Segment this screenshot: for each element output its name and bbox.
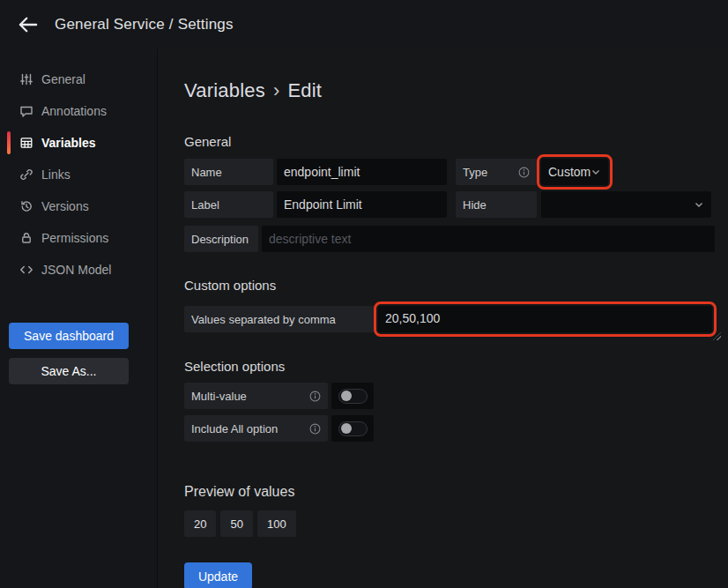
type-select[interactable]: Custom (541, 159, 608, 185)
save-as-button[interactable]: Save As... (9, 358, 129, 384)
sliders-icon (19, 72, 33, 86)
info-icon[interactable] (518, 167, 530, 178)
sidebar-item-label: JSON Model (41, 263, 111, 277)
top-header: General Service / Settings (0, 0, 728, 49)
dashboard-settings-page: General Service / Settings General (0, 0, 728, 588)
values-label: Values separated by comma (184, 306, 375, 332)
include-all-row: Include All option (184, 415, 715, 442)
history-icon (19, 199, 33, 213)
selection-options-heading: Selection options (184, 359, 715, 374)
description-input[interactable] (262, 226, 715, 252)
preview-value-chip: 20 (184, 510, 216, 537)
sidebar-item-label: Versions (41, 199, 89, 213)
name-input[interactable] (277, 159, 447, 185)
preview-heading: Preview of values (184, 484, 715, 500)
lock-icon (19, 231, 33, 245)
type-label: Type (456, 159, 537, 185)
sidebar-item-label: Permissions (41, 231, 108, 245)
hide-label: Hide (456, 191, 537, 218)
name-label: Name (184, 159, 273, 185)
sidebar-item-label: Annotations (41, 104, 107, 118)
sidebar-item-json-model[interactable]: JSON Model (0, 254, 157, 286)
include-all-label: Include All option (184, 415, 328, 442)
save-dashboard-button[interactable]: Save dashboard (9, 323, 129, 349)
breadcrumb-page: Edit (287, 79, 322, 101)
preview-value-chip: 50 (220, 510, 252, 537)
type-select-value: Custom (548, 165, 591, 179)
values-textarea[interactable]: 20,50,100 (378, 306, 712, 332)
comment-icon (19, 104, 33, 118)
link-icon (19, 167, 33, 182)
sidebar-item-general[interactable]: General (0, 63, 157, 95)
textarea-resize-handle[interactable] (713, 332, 721, 340)
multi-value-row: Multi-value (184, 383, 715, 409)
hide-select[interactable] (541, 191, 711, 218)
multi-value-label: Multi-value (184, 383, 328, 409)
values-row: Values separated by comma 20,50,100 (184, 306, 715, 332)
label-label: Label (184, 191, 273, 218)
description-row: Description (184, 226, 715, 252)
type-select-highlight: Custom (537, 154, 613, 190)
info-icon[interactable] (309, 423, 321, 435)
back-button[interactable] (14, 11, 42, 39)
sidebar-item-permissions[interactable]: Permissions (0, 222, 157, 254)
breadcrumb-section: Variables (184, 79, 265, 101)
name-type-row: Name Type (184, 159, 715, 185)
values-input-highlight: 20,50,100 (374, 301, 717, 337)
multi-value-toggle[interactable] (331, 383, 374, 409)
arrow-left-icon (18, 16, 39, 33)
chevron-down-icon (591, 167, 601, 177)
general-section-heading: General (184, 134, 715, 149)
label-input[interactable] (277, 191, 447, 218)
include-all-toggle[interactable] (331, 415, 374, 442)
sidebar-item-annotations[interactable]: Annotations (0, 95, 157, 127)
breadcrumb: Variables›Edit (184, 79, 716, 102)
info-icon[interactable] (309, 391, 321, 402)
settings-sidebar: General Annotations Variables (0, 49, 158, 588)
sidebar-item-links[interactable]: Links (0, 159, 157, 190)
variable-editor: Variables›Edit General Name Type (158, 49, 728, 588)
chevron-down-icon (694, 199, 704, 210)
sidebar-item-label: Variables (41, 136, 96, 150)
code-icon (19, 263, 33, 277)
custom-options-heading: Custom options (184, 278, 715, 293)
page-title: General Service / Settings (55, 16, 234, 33)
sidebar-item-versions[interactable]: Versions (0, 190, 157, 222)
sidebar-item-variables[interactable]: Variables (0, 127, 157, 159)
preview-value-chip: 100 (257, 510, 296, 537)
sidebar-item-label: Links (41, 167, 71, 182)
breadcrumb-separator: › (273, 79, 280, 101)
update-button[interactable]: Update (184, 562, 252, 588)
table-icon (19, 136, 33, 150)
label-hide-row: Label Hide (184, 191, 715, 218)
sidebar-item-label: General (41, 72, 85, 86)
description-label: Description (184, 226, 258, 252)
preview-values: 20 50 100 (184, 510, 715, 537)
